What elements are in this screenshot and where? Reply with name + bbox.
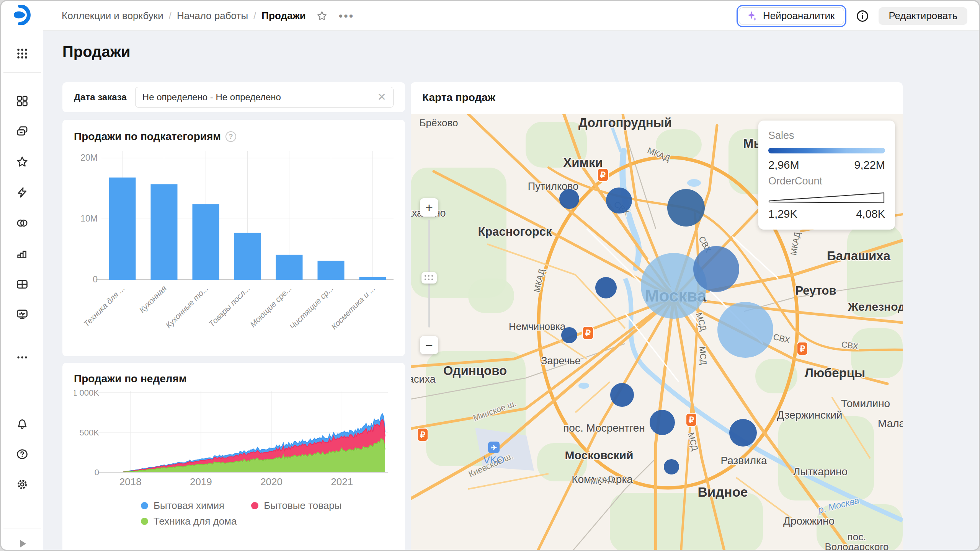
map-label: Томилино	[841, 398, 890, 409]
sidebar-item-datasets[interactable]	[13, 275, 31, 293]
sales-map[interactable]: БрёховоДолгопрудныйМытищиХимкиПутилковоК…	[411, 114, 903, 551]
svg-text:0: 0	[95, 468, 99, 477]
svg-text:Техника для ...: Техника для ...	[82, 284, 127, 329]
bar-0[interactable]	[109, 178, 136, 280]
sales-max-value: 9,22M	[854, 159, 885, 171]
sales-bubble-1[interactable]	[717, 302, 773, 358]
weekly-area-chart[interactable]: 1 000K500K02018201920202021	[74, 385, 397, 496]
sidebar-item-collections[interactable]	[13, 92, 31, 110]
datalens-logo[interactable]	[12, 5, 32, 25]
map-label: Химки	[563, 155, 603, 170]
sales-bubble-11[interactable]	[664, 459, 679, 474]
map-title: Карта продаж	[422, 91, 495, 104]
sales-bubble-8[interactable]	[610, 383, 634, 407]
legend-dot-green	[141, 518, 148, 525]
sidebar-item-workbooks[interactable]	[13, 122, 31, 140]
sidebar-item-dashboards[interactable]	[13, 305, 31, 324]
breadcrumb-current: Продажи	[261, 10, 306, 22]
sidebar-item-charts[interactable]	[13, 245, 31, 263]
svg-text:₽: ₽	[585, 328, 591, 338]
date-filter-label: Дата заказа	[74, 92, 127, 103]
legend-item[interactable]: Бытовая химия	[141, 500, 224, 512]
sales-bubble-9[interactable]	[650, 410, 675, 435]
sales-bubble-3[interactable]	[667, 189, 705, 227]
neuro-analyst-button[interactable]: Нейроаналитик	[739, 7, 844, 25]
sidebar-divider-bottom	[3, 528, 41, 528]
bar-1[interactable]	[151, 184, 178, 280]
apps-grid-icon[interactable]	[13, 44, 31, 63]
legend-item[interactable]: Бытовые товары	[251, 500, 341, 512]
bar-4[interactable]	[276, 255, 303, 280]
map-legend: Sales 2,96M 9,22M OrderCount 1,29K 4,08K	[758, 121, 895, 230]
bar-5[interactable]	[318, 261, 345, 280]
map-label: Московский	[565, 449, 634, 461]
svg-text:20M: 20M	[80, 153, 98, 163]
chart-help-icon[interactable]: ?	[225, 131, 236, 142]
sales-bubble-2[interactable]	[693, 246, 739, 292]
svg-text:Чистящие ср...: Чистящие ср...	[288, 284, 335, 331]
date-range-input[interactable]: Не определено - Не определено ✕	[135, 87, 394, 108]
map-label: Немчиновка	[509, 321, 566, 332]
map-label: Дзержинский	[777, 409, 843, 421]
sales-legend-label: Sales	[768, 130, 885, 142]
page-title: Продажи	[62, 43, 131, 60]
sales-bubble-4[interactable]	[606, 187, 632, 214]
sales-bubble-6[interactable]	[595, 277, 617, 298]
sidebar	[1, 1, 43, 550]
help-icon[interactable]	[13, 445, 31, 463]
sparkle-icon	[746, 10, 758, 22]
clear-filter-icon[interactable]: ✕	[377, 92, 386, 103]
map-label: Люберцы	[805, 366, 865, 380]
svg-text:0: 0	[93, 274, 98, 284]
map-label: Долгопрудный	[578, 116, 672, 130]
more-ellipsis-icon[interactable]: •••	[339, 10, 354, 23]
sidebar-divider	[3, 72, 41, 73]
weekly-chart-title: Продажи по неделям	[74, 373, 187, 385]
svg-text:Косметика и ...: Косметика и ...	[330, 284, 377, 331]
map-label: Брёхово	[419, 117, 458, 129]
sidebar-more-icon[interactable]	[13, 348, 31, 367]
map-zoom-in-button[interactable]: +	[420, 198, 438, 217]
ordercount-legend-label: OrderCount	[768, 175, 885, 187]
expand-sidebar-icon[interactable]	[13, 535, 31, 551]
info-icon[interactable]	[856, 9, 869, 23]
map-label: Железнодорожный	[848, 300, 903, 313]
date-filter-card: Дата заказа Не определено - Не определен…	[62, 82, 405, 112]
map-label: Дрожжино	[783, 515, 835, 527]
dashboard-content: Продажи Дата заказа Не определено - Не о…	[44, 31, 979, 550]
edit-button[interactable]: Редактировать	[879, 7, 967, 25]
sidebar-item-favorites[interactable]	[13, 153, 31, 171]
sales-bubble-7[interactable]	[561, 327, 577, 343]
sales-map-card: Карта продаж БрёховоДолгопрудныйМытищиХи…	[411, 82, 903, 551]
map-zoom-handle[interactable]	[421, 272, 437, 284]
airport-code-label: VKO	[483, 454, 505, 466]
breadcrumb-collections[interactable]: Коллекции и воркбуки	[62, 10, 163, 22]
bar-3[interactable]	[234, 233, 261, 280]
breadcrumb: Коллекции и воркбуки / Начало работы / П…	[62, 1, 354, 31]
map-label: Красногорск	[478, 225, 552, 238]
svg-text:₽: ₽	[600, 170, 606, 180]
sidebar-item-editor[interactable]	[13, 183, 31, 202]
legend-item[interactable]: Техника для дома	[141, 515, 237, 527]
favorite-star-icon[interactable]	[316, 10, 328, 22]
svg-text:₽: ₽	[420, 430, 425, 440]
settings-gear-icon[interactable]	[13, 475, 31, 494]
legend-label: Бытовая химия	[154, 500, 224, 512]
breadcrumb-getting-started[interactable]: Начало работы	[177, 10, 248, 22]
subcategories-chart-card: Продажи по подкатегориям ? 20M10M0Техник…	[62, 120, 405, 356]
legend-dot-blue	[141, 502, 148, 509]
map-label: Заречье	[541, 355, 581, 367]
map-zoom-out-button[interactable]: −	[420, 336, 438, 354]
legend-label: Техника для дома	[154, 515, 237, 527]
neuro-analyst-label: Нейроаналитик	[763, 10, 835, 22]
sales-bubble-5[interactable]	[559, 189, 579, 209]
sales-bubble-10[interactable]	[729, 419, 757, 447]
bar-2[interactable]	[193, 204, 219, 280]
svg-text:Кухонная: Кухонная	[137, 284, 168, 315]
header-actions: Нейроаналитик Редактировать	[737, 1, 967, 31]
notifications-bell-icon[interactable]	[13, 414, 31, 433]
bar-6[interactable]	[359, 277, 386, 280]
sidebar-item-connections[interactable]	[13, 214, 31, 232]
svg-text:2018: 2018	[119, 476, 142, 487]
subcategories-bar-chart[interactable]: 20M10M0Техника для ...КухоннаяКухонные т…	[74, 143, 397, 336]
